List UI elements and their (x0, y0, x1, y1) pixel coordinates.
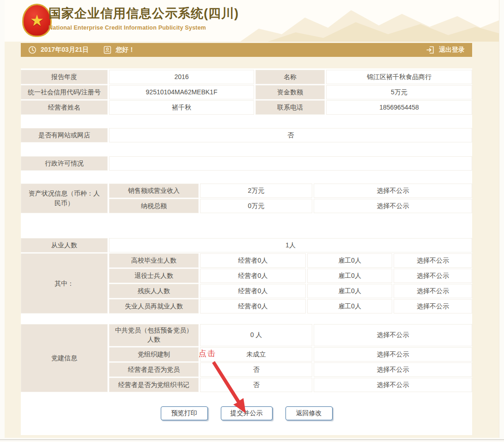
license-row: 行政许可情况 (21, 156, 472, 171)
employee-count: 雇工0人 (307, 299, 392, 313)
table-row: 经营者是否为党组织书记 否 选择不公示 (109, 378, 472, 392)
logout-label: 退出登录 (439, 46, 465, 54)
table-row: 党组织建制 未成立 选择不公示 (109, 347, 472, 362)
table-row: 残疾人人数 经营者0人 雇工0人 选择不公示 (109, 284, 472, 298)
field-label: 报告年度 (21, 70, 108, 84)
group-label: 党建信息 (21, 324, 108, 392)
field-label: 行政许可情况 (21, 156, 108, 171)
employee-count: 雇工0人 (307, 284, 392, 298)
group-label: 其中： (21, 253, 108, 313)
mountain-watermark-icon (240, 0, 499, 42)
field-value: 5万元 (326, 85, 472, 99)
table-row: 高校毕业生人数 经营者0人 雇工0人 选择不公示 (109, 253, 472, 268)
employee-count: 雇工0人 (307, 253, 392, 268)
publicity-choice: 选择不公示 (394, 284, 472, 298)
publicity-choice: 选择不公示 (314, 347, 472, 362)
publicity-choice: 选择不公示 (314, 199, 472, 213)
field-value: 18569654458 (326, 100, 472, 115)
site-header: ★ 国家企业信用信息公示系统(四川) National Enterprise C… (5, 0, 499, 42)
id-card-icon (103, 46, 111, 54)
operator-count: 经营者0人 (200, 253, 306, 268)
table-row: 中共党员（包括预备党员）人数 0 人 选择不公示 (109, 324, 472, 346)
assets-section: 资产状况信息（币种：人民币） 销售额或营业收入 2万元 选择不公示 纳税总额 0… (21, 184, 472, 213)
table-row: 报告年度 2016 名称 锦江区褚千秋食品商行 (21, 70, 472, 84)
star-icon: ★ (30, 12, 44, 28)
field-label: 中共党员（包括预备党员）人数 (109, 324, 199, 346)
field-label: 销售额或营业收入 (109, 184, 199, 198)
field-value: 92510104MA62MEBK1F (109, 85, 254, 99)
field-label: 统一社会信用代码/注册号 (21, 85, 108, 99)
field-label: 从业人数 (21, 238, 108, 252)
field-label: 名称 (255, 70, 325, 84)
field-value: 锦江区褚千秋食品商行 (326, 70, 472, 84)
current-date: 2017年03月21日 (41, 46, 89, 54)
field-label: 联系电话 (255, 100, 325, 115)
group-label: 资产状况信息（币种：人民币） (21, 184, 108, 213)
table-row: 失业人员再就业人数 经营者0人 雇工0人 选择不公示 (109, 299, 472, 313)
field-value: 2016 (109, 70, 254, 84)
field-label: 失业人员再就业人数 (109, 299, 199, 313)
field-label: 是否有网站或网店 (21, 128, 108, 142)
table-row: 统一社会信用代码/注册号 92510104MA62MEBK1F 资金数额 5万元 (21, 85, 472, 99)
field-label: 经营者姓名 (21, 100, 108, 115)
field-value: 1人 (109, 238, 472, 252)
field-value: 0万元 (200, 199, 312, 213)
page-bottom-border (0, 439, 504, 440)
publicity-choice: 选择不公示 (394, 269, 472, 283)
field-value: 0 人 (200, 324, 312, 346)
operator-count: 经营者0人 (200, 299, 306, 313)
title-block: 国家企业信用信息公示系统(四川) National Enterprise Cre… (49, 5, 239, 31)
field-value: 2万元 (200, 184, 312, 198)
operator-count: 经营者0人 (200, 284, 306, 298)
table-row: 销售额或营业收入 2万元 选择不公示 (109, 184, 472, 198)
field-label: 资金数额 (255, 85, 325, 99)
field-value (109, 156, 472, 171)
publicity-choice: 选择不公示 (314, 378, 472, 392)
greeting-text: 您好！ (115, 46, 135, 54)
employees-breakdown-section: 其中： 高校毕业生人数 经营者0人 雇工0人 选择不公示 退役士兵人数 经营者0… (21, 253, 472, 313)
field-label: 经营者是否为党组织书记 (109, 378, 199, 392)
national-emblem-logo: ★ (22, 4, 52, 37)
publicity-choice: 选择不公示 (314, 362, 472, 377)
table-row: 经营者是否为党员 否 选择不公示 (109, 362, 472, 377)
click-annotation-label: 点击 (199, 348, 216, 359)
field-label: 经营者是否为党员 (109, 362, 199, 377)
publicity-choice: 选择不公示 (314, 324, 472, 346)
field-label: 高校毕业生人数 (109, 253, 199, 268)
clock-icon (28, 46, 36, 54)
table-row: 纳税总额 0万元 选择不公示 (109, 199, 472, 213)
table-row: 经营者姓名 褚千秋 联系电话 18569654458 (21, 100, 472, 115)
preview-print-button[interactable]: 预览打印 (161, 406, 208, 420)
operator-count: 经营者0人 (200, 269, 306, 283)
publicity-choice: 选择不公示 (394, 299, 472, 313)
site-title: 国家企业信用信息公示系统(四川) (49, 5, 239, 22)
publicity-choice: 选择不公示 (314, 184, 472, 198)
logout-button[interactable]: 退出登录 (426, 46, 465, 54)
field-value: 褚千秋 (109, 100, 254, 115)
status-bar: 2017年03月21日 您好！ 退出登录 (21, 43, 472, 57)
field-label: 纳税总额 (109, 199, 199, 213)
logout-icon (426, 46, 435, 54)
field-label: 退役士兵人数 (109, 269, 199, 283)
site-subtitle: National Enterprise Credit Information P… (49, 25, 239, 31)
back-modify-button[interactable]: 返回修改 (285, 406, 333, 420)
website-row: 是否有网站或网店 否 (21, 128, 472, 142)
field-label: 残疾人人数 (109, 284, 199, 298)
field-value: 否 (109, 128, 472, 142)
click-annotation-arrow-icon (203, 359, 254, 417)
page: ★ 国家企业信用信息公示系统(四川) National Enterprise C… (0, 0, 504, 442)
employees-total-row: 从业人数 1人 (21, 238, 472, 252)
field-label: 党组织建制 (109, 347, 199, 362)
employee-count: 雇工0人 (307, 269, 392, 283)
publicity-choice: 选择不公示 (394, 253, 472, 268)
table-row: 退役士兵人数 经营者0人 雇工0人 选择不公示 (109, 269, 472, 283)
